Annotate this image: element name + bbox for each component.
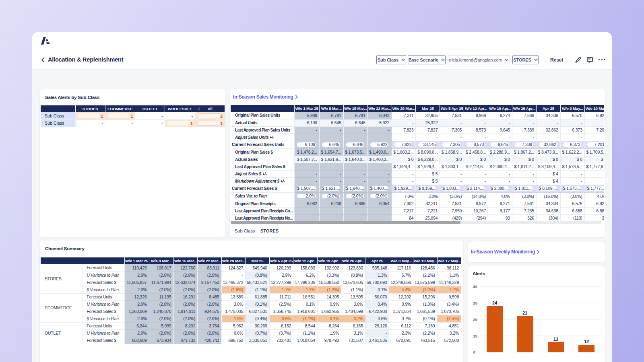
svg-text:24: 24: [492, 300, 497, 305]
svg-text:13: 13: [553, 337, 558, 341]
svg-text:20: 20: [473, 317, 477, 322]
svg-text:25: 25: [473, 301, 477, 305]
svg-text:15: 15: [473, 334, 477, 338]
svg-text:30: 30: [473, 284, 477, 289]
svg-text:21: 21: [522, 311, 527, 315]
svg-text:0: 0: [473, 350, 475, 354]
svg-text:12: 12: [584, 339, 589, 344]
